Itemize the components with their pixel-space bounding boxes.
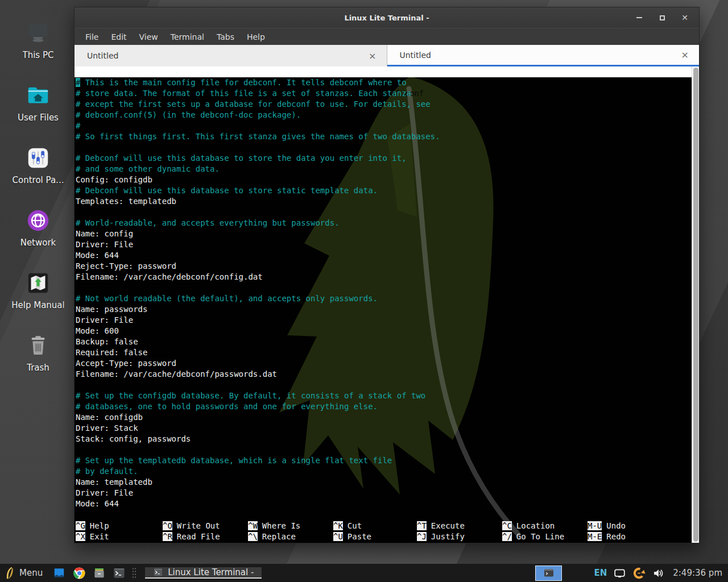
terminal-screen[interactable]: GNU nano 7.2 /etc/debconf.conf # This is…	[75, 66, 699, 543]
buffer-line: Name: passwords	[76, 304, 692, 315]
shortcut-label: Paste	[348, 532, 371, 541]
shortcut-key: M-U	[588, 521, 602, 530]
nano-shortcut: ^CLocation	[502, 521, 588, 531]
shortcut-key: ^C	[502, 521, 512, 530]
desktop-icon-user-files[interactable]: User Files	[8, 82, 68, 144]
taskbar-window-button[interactable]: Linux Lite Terminal -	[145, 567, 262, 579]
buffer-line: # by default.	[76, 466, 692, 477]
buffer-line: Stack: config, passwords	[76, 434, 692, 444]
shortcut-key: M-E	[588, 532, 602, 541]
menu-file[interactable]: File	[79, 28, 105, 45]
display-settings-tray-icon[interactable]	[613, 566, 626, 580]
buffer-line: Required: false	[76, 347, 692, 358]
terminal-scrollbar[interactable]	[692, 66, 699, 543]
shortcut-label: Justify	[431, 532, 465, 541]
shortcut-label: Go To Line	[516, 532, 564, 541]
desktop-icon-list: This PCUser FilesControl Pa...NetworkHel…	[8, 19, 68, 394]
panel-drag-handle[interactable]	[132, 567, 136, 579]
tab-untitled-1[interactable]: Untitled ×	[75, 45, 387, 66]
nano-shortcut: M-UUndo	[588, 521, 692, 531]
shortcut-label: Write Out	[177, 521, 220, 530]
minimize-button[interactable]	[635, 14, 643, 22]
buffer-line: Driver: File	[76, 488, 692, 498]
nano-shortcut: ^XExit	[76, 531, 163, 542]
nano-shortcut: ^WWhere Is	[248, 521, 333, 531]
task-terminal-icon	[153, 567, 163, 577]
volume-tray-icon[interactable]	[651, 566, 665, 580]
menu-bar: FileEditViewTerminalTabsHelp	[75, 28, 699, 45]
buffer-line: Config: configdb	[76, 174, 692, 185]
nano-shortcut: ^UPaste	[333, 531, 417, 542]
buffer-line: # This is the main config file for debco…	[76, 77, 692, 88]
buffer-line: Driver: Stack	[76, 423, 692, 434]
tab-close-icon[interactable]: ×	[367, 51, 377, 61]
shortcut-label: Help	[90, 521, 109, 530]
buffer-line: # debconf.conf(5) (in the debconf-doc pa…	[76, 110, 692, 120]
menu-help[interactable]: Help	[241, 28, 271, 45]
shortcut-key: ^\	[248, 532, 258, 541]
desktop-icon-control-pa[interactable]: Control Pa...	[8, 144, 68, 207]
nano-shortcut: ^GHelp	[76, 521, 163, 531]
clock[interactable]: 2:49:36 pm	[673, 568, 722, 578]
nano-shortcut: ^RRead File	[163, 531, 248, 542]
buffer-line: Name: templatedb	[76, 477, 692, 488]
control-panel-icon	[24, 144, 52, 172]
launcher-blue-window-icon[interactable]	[52, 566, 66, 580]
start-menu-button[interactable]: Menu	[5, 567, 43, 579]
desktop-icon-label: Network	[20, 238, 56, 248]
shortcut-key: ^K	[333, 521, 343, 530]
buffer-line: Filename: /var/cache/debconf/passwords.d…	[76, 369, 692, 380]
tab-close-icon[interactable]: ×	[680, 49, 690, 60]
nano-title-bar: GNU nano 7.2 /etc/debconf.conf	[75, 66, 692, 77]
nano-shortcut: ^JJustify	[417, 531, 502, 542]
workspace-switcher[interactable]	[535, 566, 562, 581]
nano-shortcut: ^\Replace	[248, 531, 333, 542]
shortcut-label: Where Is	[262, 521, 300, 530]
close-button[interactable]: ✕	[681, 14, 689, 22]
buffer-line	[76, 380, 692, 390]
launcher-file-manager-icon[interactable]	[92, 566, 106, 580]
help-manual-icon	[24, 269, 52, 297]
desktop-icon-network[interactable]: Network	[8, 207, 68, 269]
window-titlebar[interactable]: Linux Lite Terminal - ✕	[75, 7, 699, 28]
buffer-line	[76, 282, 692, 293]
buffer-line	[76, 444, 692, 455]
buffer-line: Driver: File	[76, 315, 692, 326]
nano-shortcut-bar: ^GHelp^OWrite Out^WWhere Is^KCut^TExecut…	[76, 521, 692, 542]
buffer-line: # except the first sets up a database fo…	[76, 99, 692, 110]
keyboard-language-indicator[interactable]: EN	[594, 568, 607, 578]
launcher-chrome-icon[interactable]	[72, 566, 86, 580]
tab-untitled-2-active[interactable]: Untitled ×	[387, 45, 700, 66]
buffer-line: Reject-Type: password	[76, 261, 692, 272]
nano-shortcut: ^TExecute	[417, 521, 502, 531]
nano-cursor: #	[76, 78, 80, 87]
menu-view[interactable]: View	[133, 28, 164, 45]
buffer-line: # World-readable, and accepts everything…	[76, 218, 692, 228]
buffer-line: # Not world readable (the default), and …	[76, 293, 692, 304]
nano-shortcut: ^KCut	[333, 521, 417, 531]
desktop-icon-help-manual[interactable]: Help Manual	[8, 269, 68, 332]
shortcut-key: ^U	[333, 532, 343, 541]
desktop-icon-trash[interactable]: Trash	[8, 332, 68, 394]
launcher-terminal-icon[interactable]	[112, 566, 126, 580]
shortcut-key: ^G	[76, 521, 85, 530]
menu-label: Menu	[19, 568, 43, 578]
buffer-line: Driver: File	[76, 239, 692, 250]
desktop-icon-this-pc[interactable]: This PC	[8, 19, 68, 82]
linux-lite-feather-icon	[5, 567, 15, 579]
update-manager-tray-icon[interactable]	[632, 566, 646, 580]
menu-tabs[interactable]: Tabs	[210, 28, 241, 45]
nano-shortcut: ^/Go To Line	[502, 531, 588, 542]
maximize-button[interactable]	[658, 14, 666, 22]
menu-edit[interactable]: Edit	[105, 28, 133, 45]
taskbar: Menu	[0, 564, 728, 582]
tab-bar: Untitled × Untitled ×	[75, 45, 699, 66]
shortcut-label: Replace	[262, 532, 296, 541]
nano-shortcut: M-ERedo	[588, 531, 692, 542]
scrollbar-thumb[interactable]	[693, 68, 698, 542]
shortcut-key: ^W	[248, 521, 258, 530]
monitor-icon	[24, 19, 52, 47]
menu-terminal[interactable]: Terminal	[164, 28, 210, 45]
shortcut-key: ^T	[417, 521, 427, 530]
shortcut-label: Execute	[431, 521, 465, 530]
